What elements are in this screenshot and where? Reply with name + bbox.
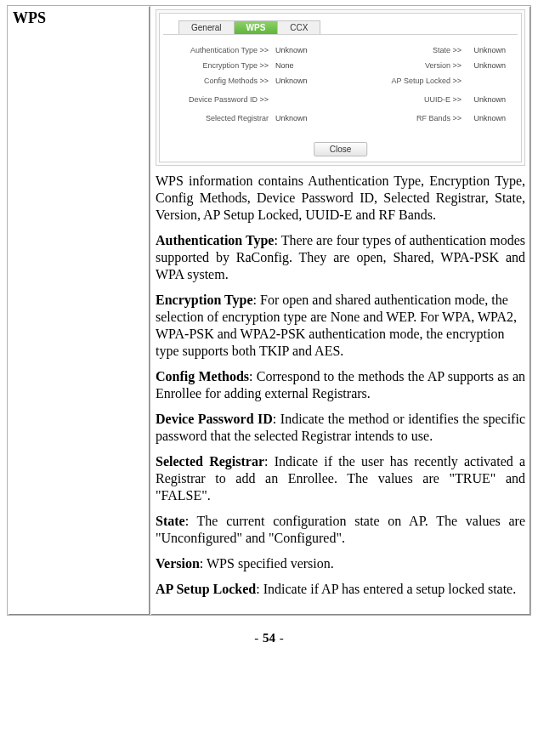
- val-state: Unknown: [470, 46, 506, 54]
- def-ap-lock: AP Setup Locked: Indicate if AP has ente…: [156, 581, 525, 598]
- def-dev-pw-label: Device Password ID: [156, 412, 273, 426]
- field-state: State >>: [433, 46, 462, 54]
- screenshot-frame: General WPS CCX Authentication Type >> U…: [156, 9, 525, 166]
- val-uuid: Unknown: [470, 95, 506, 104]
- tab-wps[interactable]: WPS: [234, 20, 279, 34]
- field-rf: RF Bands >>: [416, 114, 462, 122]
- def-state-label: State: [156, 514, 185, 528]
- tab-bar: General WPS CCX: [178, 20, 320, 34]
- val-cfg-methods: Unknown: [272, 77, 308, 85]
- val-sel-reg: Unknown: [272, 114, 308, 122]
- intro-paragraph: WPS information contains Authentication …: [156, 173, 525, 224]
- def-ap-lock-text: : Indicate if AP has entered a setup loc…: [256, 582, 516, 596]
- val-auth-type: Unknown: [272, 46, 308, 54]
- doc-table: WPS General WPS CCX Aut: [7, 5, 531, 616]
- def-cfg-methods-label: Config Methods: [156, 369, 249, 384]
- field-sel-reg: Selected Registrar: [187, 114, 269, 122]
- tab-ccx[interactable]: CCX: [277, 20, 320, 34]
- close-button[interactable]: Close: [314, 142, 368, 156]
- def-state: State: The current configuration state o…: [156, 513, 525, 547]
- tab-divider: [163, 34, 518, 35]
- def-sel-reg: Selected Registrar: Indicate if the user…: [156, 453, 525, 504]
- tab-general[interactable]: General: [178, 20, 235, 34]
- val-version: Unknown: [470, 61, 506, 70]
- section-title: WPS: [13, 9, 144, 27]
- field-ap-lock: AP Setup Locked >>: [392, 77, 462, 85]
- page-number: - 54 -: [7, 631, 531, 645]
- field-cfg-methods: Config Methods >>: [187, 77, 269, 85]
- field-uuid: UUID-E >>: [424, 95, 462, 104]
- def-cfg-methods: Config Methods: Correspond to the method…: [156, 368, 525, 402]
- wps-dialog: General WPS CCX Authentication Type >> U…: [159, 13, 522, 162]
- def-enc-type: Encryption Type: For open and shared aut…: [156, 292, 525, 360]
- def-version-text: : WPS specified version.: [200, 556, 334, 571]
- field-version: Version >>: [425, 61, 462, 70]
- def-auth-type-label: Authentication Type: [156, 233, 274, 247]
- val-dev-pw: [272, 95, 275, 104]
- def-ap-lock-label: AP Setup Locked: [156, 582, 256, 596]
- def-state-text: : The current configuration state on AP.…: [156, 514, 525, 545]
- def-version: Version: WPS specified version.: [156, 555, 525, 572]
- def-enc-type-label: Encryption Type: [156, 293, 253, 307]
- val-ap-lock: [502, 77, 506, 85]
- page-number-value: 54: [263, 631, 275, 645]
- def-dev-pw: Device Password ID: Indicate the method …: [156, 411, 525, 445]
- field-enc-type: Encryption Type >>: [187, 61, 269, 70]
- field-auth-type: Authentication Type >>: [187, 46, 269, 54]
- def-sel-reg-label: Selected Registrar: [156, 454, 264, 469]
- val-rf: Unknown: [470, 114, 506, 122]
- val-enc-type: None: [272, 61, 294, 70]
- field-dev-pw: Device Password ID >>: [173, 95, 269, 104]
- def-version-label: Version: [156, 556, 200, 571]
- def-auth-type: Authentication Type: There are four type…: [156, 232, 525, 283]
